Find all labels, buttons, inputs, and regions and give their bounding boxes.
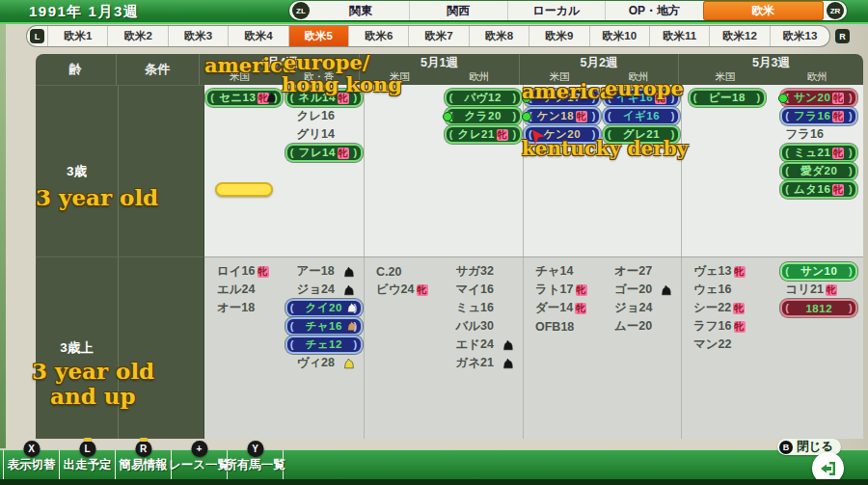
race-entry[interactable]: サン10 <box>773 263 866 280</box>
top-tab-3[interactable]: ローカル <box>507 1 605 20</box>
race-entry[interactable]: サガ32 <box>444 263 524 280</box>
r-button-icon[interactable]: R <box>835 29 850 43</box>
race-entry[interactable]: ムタ16牝 <box>773 181 866 198</box>
race-entry[interactable]: パヴ12 <box>444 90 524 106</box>
race-entry[interactable]: ラフ16牝 <box>681 318 773 335</box>
race-entry[interactable]: C.20 <box>364 263 444 280</box>
sub-tab-1[interactable]: 欧米1 <box>47 26 107 46</box>
race-entry[interactable]: セニ13牝 <box>204 90 285 106</box>
filly-badge: 牝 <box>832 93 844 104</box>
race-entry[interactable]: ケン18牝 <box>523 108 602 124</box>
sub-tab-7[interactable]: 欧米7 <box>408 26 468 46</box>
race-entry[interactable]: ヴェ13牝 <box>681 263 773 280</box>
b-button-icon: B <box>779 441 793 454</box>
race-entry[interactable]: ケン20 <box>523 126 602 143</box>
selection-cursor[interactable] <box>204 181 285 198</box>
race-name: サン20 <box>794 91 830 105</box>
race-entry[interactable]: ジョ24 <box>285 282 365 298</box>
race-entry[interactable]: ムー20 <box>602 318 681 335</box>
race-entry[interactable]: バル30 <box>444 318 524 335</box>
race-entry[interactable]: チェ12 <box>285 337 365 353</box>
l-button-icon[interactable]: L <box>30 29 44 43</box>
race-entry[interactable]: シー22牝 <box>681 300 773 316</box>
race-entry[interactable]: ダー14牝 <box>523 300 602 316</box>
bottom-button-5[interactable]: Y所有馬一覧 <box>228 450 284 480</box>
race-entry[interactable]: オー27 <box>602 263 681 280</box>
sub-tab-3[interactable]: 欧米3 <box>168 26 228 46</box>
race-name: ラフ16 <box>693 318 732 335</box>
race-name: ガネ21 <box>456 355 495 371</box>
race-name: サン10 <box>800 264 837 279</box>
race-entry[interactable]: ビウ24牝 <box>364 282 444 298</box>
race-entry[interactable]: ミュ16 <box>444 300 524 316</box>
sub-tab-10[interactable]: 欧米10 <box>589 26 649 46</box>
top-tab-5[interactable]: 欧米 <box>703 1 824 20</box>
race-entry[interactable]: サン20牝 <box>773 90 866 106</box>
zl-button-icon[interactable]: ZL <box>292 2 310 19</box>
race-entry[interactable]: クイ20 <box>285 300 365 316</box>
race-entry[interactable]: ジョ24 <box>602 300 681 316</box>
race-entry[interactable]: ヴィ28 <box>285 355 365 371</box>
race-entry[interactable]: ウェ16 <box>681 282 773 298</box>
bottom-button-3[interactable]: R簡易情報 <box>116 450 172 480</box>
filly-badge: 牝 <box>734 321 746 333</box>
race-entry[interactable]: コリ21牝 <box>773 282 866 298</box>
horse-head-icon <box>342 284 355 296</box>
race-name: チャ14 <box>535 263 574 280</box>
sub-tab-12[interactable]: 欧米12 <box>709 26 769 46</box>
sub-tab-13[interactable]: 欧米13 <box>770 26 829 46</box>
race-entry[interactable]: 愛ダ20 <box>773 163 866 179</box>
sub-tab-5[interactable]: 欧米5 <box>288 26 348 46</box>
race-entry[interactable]: ミュ21牝 <box>773 145 866 161</box>
race-entry[interactable]: チャ14 <box>523 263 602 280</box>
race-entry[interactable]: ピー18 <box>681 90 773 106</box>
zr-button-icon[interactable]: ZR <box>827 2 844 19</box>
race-entry[interactable]: マイ16 <box>444 282 524 298</box>
race-entry[interactable]: オー18 <box>204 300 285 316</box>
sub-tab-9[interactable]: 欧米9 <box>529 26 588 46</box>
sub-tab-6[interactable]: 欧米6 <box>348 26 408 46</box>
race-entry[interactable]: フラ16牝 <box>773 108 866 124</box>
race-pill: ネル14牝 <box>285 89 363 107</box>
race-entry[interactable]: ゴー20 <box>602 282 681 298</box>
race-name: C.20 <box>376 265 401 279</box>
sub-tab-11[interactable]: 欧米11 <box>649 26 709 46</box>
race-entry[interactable]: イギ16 <box>602 108 681 124</box>
race-pill: クラ20 <box>445 107 522 125</box>
sub-tab-4[interactable]: 欧米4 <box>228 26 287 46</box>
race-entry[interactable]: グレ21 <box>602 126 681 143</box>
race-entry[interactable]: エル24 <box>204 282 285 298</box>
filly-badge: 牝 <box>832 148 844 159</box>
race-entry[interactable]: クレ16 <box>285 108 365 124</box>
bottom-button-1[interactable]: X表示切替 <box>4 450 60 480</box>
top-tab-1[interactable]: 関東 <box>312 1 409 20</box>
bottom-button-4[interactable]: +レース一覧 <box>172 450 228 480</box>
race-entry[interactable]: チャ16 <box>285 318 365 335</box>
race-entry[interactable]: イギ16牝 <box>602 90 681 106</box>
race-entry[interactable]: アー18 <box>285 263 365 280</box>
race-entry[interactable]: ロイ16牝 <box>204 263 285 280</box>
sub-tab-8[interactable]: 欧米8 <box>469 26 529 46</box>
race-entry[interactable]: ガネ21 <box>444 355 524 371</box>
bottom-button-2[interactable]: L出走予定 <box>60 450 116 480</box>
race-entry[interactable]: グリ14 <box>285 126 365 143</box>
sub-tab-2[interactable]: 欧米2 <box>107 26 167 46</box>
table-row-3yo-up: 3歳上 ロイ16牝エル24オー18アー18ジョ24クイ20チャ16チェ12ヴィ2… <box>36 256 863 439</box>
top-tab-4[interactable]: OP・地方 <box>605 1 702 20</box>
race-entry[interactable]: マン22 <box>681 337 773 353</box>
race-entry[interactable]: クレ21牝 <box>444 126 524 143</box>
race-pill: アメ17 <box>524 89 601 107</box>
race-entry[interactable]: フレ14牝 <box>285 145 365 161</box>
race-entry[interactable]: OFB18 <box>523 318 602 335</box>
race-entry[interactable]: 1812 <box>773 300 866 316</box>
bottom-button-label: 出走予定 <box>64 457 112 473</box>
race-pill: ピー18 <box>689 89 766 107</box>
race-entry[interactable]: フラ16 <box>773 126 866 143</box>
race-entry[interactable]: ネル14牝 <box>285 90 365 106</box>
race-entry[interactable]: エド24 <box>444 337 524 353</box>
top-tab-2[interactable]: 関西 <box>409 1 506 20</box>
race-entry[interactable]: ラト17牝 <box>523 282 602 298</box>
race-entry[interactable]: クラ20 <box>444 108 524 124</box>
race-entry[interactable]: アメ17 <box>523 90 602 106</box>
race-pill: 1812 <box>780 299 857 317</box>
